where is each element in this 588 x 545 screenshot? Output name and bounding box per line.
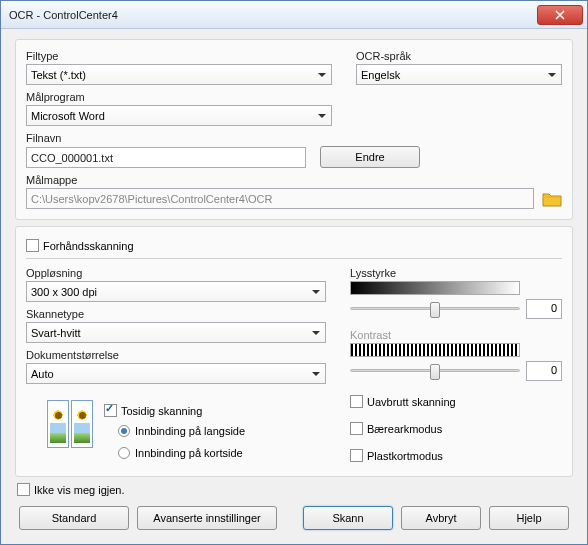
bind-shortside-radio[interactable]: Innbinding på kortside <box>118 447 245 459</box>
dontshow-checkbox[interactable]: Ikke vis meg igjen. <box>17 483 573 496</box>
targetfolder-input: C:\Users\kopv2678\Pictures\ControlCenter… <box>26 188 534 209</box>
contrast-pattern <box>350 343 520 357</box>
check-icon <box>350 395 363 408</box>
scan-panel: Forhåndsskanning Oppløsning 300 x 300 dp… <box>15 226 573 477</box>
file-panel: Filtype Tekst (*.txt) OCR-språk Engelsk … <box>15 39 573 220</box>
bind-longside-radio[interactable]: Innbinding på langside <box>118 425 245 437</box>
docsize-label: Dokumentstørrelse <box>26 349 326 361</box>
resolution-label: Oppløsning <box>26 267 326 279</box>
window-title: OCR - ControlCenter4 <box>9 9 537 21</box>
radio-icon <box>118 425 130 437</box>
continuous-checkbox[interactable]: Uavbrutt skanning <box>350 395 562 408</box>
prescan-checkbox[interactable]: Forhåndsskanning <box>26 239 562 252</box>
cancel-button[interactable]: Avbryt <box>401 506 481 530</box>
prescan-check-icon <box>26 239 39 252</box>
folder-icon[interactable] <box>542 191 562 207</box>
carrier-checkbox[interactable]: Bærearkmodus <box>350 422 562 435</box>
dialog-content: Filtype Tekst (*.txt) OCR-språk Engelsk … <box>1 29 587 538</box>
plastic-checkbox[interactable]: Plastkortmodus <box>350 449 562 462</box>
docsize-select[interactable]: Auto <box>26 363 326 384</box>
check-icon <box>350 422 363 435</box>
brightness-value[interactable]: 0 <box>526 299 562 319</box>
filename-input[interactable]: CCO_000001.txt <box>26 147 306 168</box>
brightness-gradient <box>350 281 520 295</box>
divider <box>26 258 562 259</box>
resolution-select[interactable]: 300 x 300 dpi <box>26 281 326 302</box>
radio-icon <box>118 447 130 459</box>
check-icon <box>350 449 363 462</box>
contrast-label: Kontrast <box>350 329 562 341</box>
titlebar: OCR - ControlCenter4 <box>1 1 587 29</box>
filetype-select[interactable]: Tekst (*.txt) <box>26 64 332 85</box>
default-button[interactable]: Standard <box>19 506 129 530</box>
help-button[interactable]: Hjelp <box>489 506 569 530</box>
filename-label: Filnavn <box>26 132 562 144</box>
duplex-check-icon <box>104 404 117 417</box>
dialog-window: OCR - ControlCenter4 Filtype Tekst (*.tx… <box>0 0 588 545</box>
ocrlang-select[interactable]: Engelsk <box>356 64 562 85</box>
button-bar: Standard Avanserte innstillinger Skann A… <box>15 500 573 530</box>
scan-button[interactable]: Skann <box>303 506 393 530</box>
contrast-slider[interactable] <box>350 362 520 380</box>
duplex-preview-icon <box>46 400 94 452</box>
brightness-slider[interactable] <box>350 300 520 318</box>
targetprog-label: Målprogram <box>26 91 562 103</box>
contrast-value[interactable]: 0 <box>526 361 562 381</box>
scantype-select[interactable]: Svart-hvitt <box>26 322 326 343</box>
targetprog-select[interactable]: Microsoft Word <box>26 105 332 126</box>
change-button[interactable]: Endre <box>320 146 420 168</box>
duplex-area: Tosidig skanning Innbinding på langside … <box>26 400 326 463</box>
check-icon <box>17 483 30 496</box>
brightness-label: Lysstyrke <box>350 267 562 279</box>
filetype-label: Filtype <box>26 50 332 62</box>
duplex-checkbox[interactable]: Tosidig skanning <box>104 404 245 417</box>
advanced-button[interactable]: Avanserte innstillinger <box>137 506 277 530</box>
close-icon <box>555 10 565 20</box>
close-button[interactable] <box>537 5 583 25</box>
ocrlang-label: OCR-språk <box>356 50 562 62</box>
targetfolder-label: Målmappe <box>26 174 562 186</box>
scantype-label: Skannetype <box>26 308 326 320</box>
